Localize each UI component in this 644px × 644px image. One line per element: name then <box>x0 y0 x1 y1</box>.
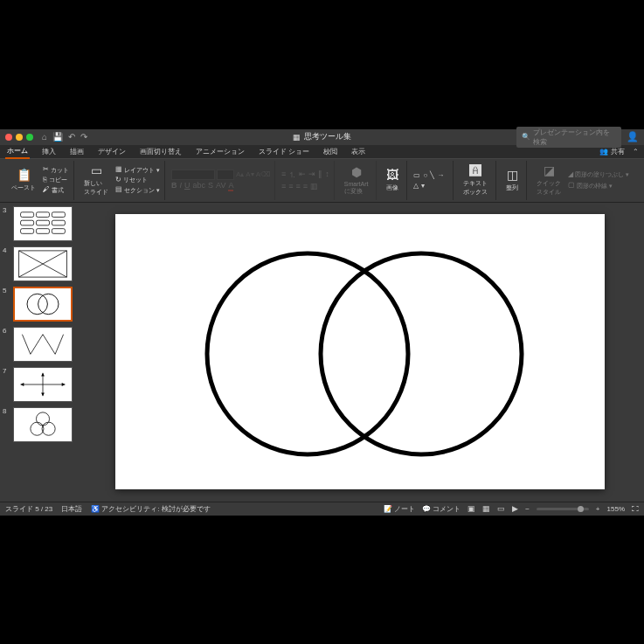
minimize-window-button[interactable] <box>16 134 23 141</box>
svg-marker-18 <box>41 372 45 376</box>
maximize-window-button[interactable] <box>26 134 33 141</box>
search-input[interactable]: 🔍 プレゼンテーション内を検索 <box>516 127 621 148</box>
reading-view-button[interactable]: ▭ <box>497 504 505 513</box>
account-icon[interactable]: 👤 <box>627 131 639 142</box>
ribbon: 📋 ペースト ✂カット ⎘コピー 🖌書式 ▭ 新しい スライド ▦レイアウト ▾ <box>0 159 644 203</box>
tab-draw[interactable]: 描画 <box>68 145 86 158</box>
statusbar: スライド 5 / 23 日本語 ♿ アクセシビリティ: 検討が必要です 📝 ノー… <box>0 502 644 516</box>
spacing-button[interactable]: AV <box>216 181 225 191</box>
tab-transitions[interactable]: 画面切り替え <box>138 145 184 158</box>
zoom-in-button[interactable]: + <box>596 505 600 513</box>
language-indicator[interactable]: 日本語 <box>61 504 82 514</box>
paste-button[interactable]: 📋 ペースト <box>8 166 39 194</box>
quick-access-toolbar: ⌂ 💾 ↶ ↷ <box>42 132 87 142</box>
save-icon[interactable]: 💾 <box>52 132 63 142</box>
copy-button[interactable]: ⎘コピー <box>43 176 69 184</box>
increase-font-icon[interactable]: A▴ <box>236 170 244 178</box>
normal-view-button[interactable]: ▣ <box>467 504 475 513</box>
cut-button[interactable]: ✂カット <box>43 165 69 174</box>
text-direction-button[interactable]: ↕ <box>325 170 329 181</box>
shadow-button[interactable]: S <box>208 181 213 191</box>
section-button[interactable]: ▤セクション ▾ <box>115 185 160 194</box>
share-button[interactable]: 👥 共有 ⌃ <box>599 147 639 156</box>
home-icon[interactable]: ⌂ <box>42 132 47 142</box>
font-size-select[interactable] <box>217 170 234 180</box>
svg-point-12 <box>27 294 47 314</box>
zoom-slider[interactable] <box>537 508 589 510</box>
thumbnail-8[interactable]: 8 <box>3 407 73 442</box>
zoom-thumb[interactable] <box>578 506 584 512</box>
redo-icon[interactable]: ↷ <box>80 132 87 142</box>
format-painter-button[interactable]: 🖌書式 <box>43 185 69 194</box>
shapes-group: ▭ ○ ╲ → △ ▾ <box>409 161 454 200</box>
columns-button[interactable]: ▥ <box>310 182 318 190</box>
thumbnail-5[interactable]: 5 <box>3 287 73 322</box>
tab-review[interactable]: 校閲 <box>322 145 339 158</box>
line-spacing-button[interactable]: ‖ <box>318 170 322 181</box>
slideshow-view-button[interactable]: ▶ <box>512 504 518 513</box>
slide-canvas-area[interactable] <box>75 203 644 502</box>
layout-button[interactable]: ▦レイアウト ▾ <box>115 165 160 174</box>
shape-triangle-icon[interactable]: △ <box>413 182 419 190</box>
shape-rect-icon[interactable]: ▭ <box>413 171 420 179</box>
accessibility-checker[interactable]: ♿ アクセシビリティ: 検討が必要です <box>91 504 211 514</box>
tab-animations[interactable]: アニメーション <box>194 145 246 158</box>
textbox-button[interactable]: 🅰 テキスト ボックス <box>460 162 491 198</box>
tab-home[interactable]: ホーム <box>5 144 30 159</box>
fit-window-button[interactable]: ⛶ <box>632 505 639 513</box>
workarea: 3 4 5 6 7 8 <box>0 203 644 502</box>
shape-fill-button[interactable]: ◢図形の塗りつぶし ▾ <box>568 170 629 179</box>
bullets-button[interactable]: ≡ <box>281 170 286 181</box>
align-center-button[interactable]: ≡ <box>288 182 293 190</box>
font-color-button[interactable]: A <box>228 181 233 191</box>
bold-button[interactable]: B <box>171 181 177 191</box>
shape-more-icon[interactable]: ▾ <box>421 182 425 190</box>
decrease-font-icon[interactable]: A▾ <box>246 170 253 178</box>
slide-thumbnails[interactable]: 3 4 5 6 7 8 <box>0 203 75 502</box>
shape-outline-button[interactable]: ▢図形の枠線 ▾ <box>568 181 629 190</box>
zoom-level[interactable]: 155% <box>607 505 625 513</box>
window-controls <box>5 134 33 141</box>
reset-button[interactable]: ↻リセット <box>115 176 160 184</box>
undo-icon[interactable]: ↶ <box>68 132 75 142</box>
sorter-view-button[interactable]: ▦ <box>482 504 490 513</box>
underline-button[interactable]: U <box>184 181 190 191</box>
align-right-button[interactable]: ≡ <box>296 182 301 190</box>
svg-rect-5 <box>52 220 65 225</box>
venn-circle-left[interactable] <box>207 253 408 454</box>
tab-design[interactable]: デザイン <box>96 145 128 158</box>
italic-button[interactable]: I <box>180 181 183 191</box>
font-select[interactable] <box>171 170 215 180</box>
tab-insert[interactable]: 挿入 <box>40 145 58 158</box>
new-slide-button[interactable]: ▭ 新しい スライド <box>80 162 112 198</box>
align-left-button[interactable]: ≡ <box>281 182 286 190</box>
thumbnail-3[interactable]: 3 <box>3 206 73 241</box>
chevron-up-icon[interactable]: ⌃ <box>633 148 639 156</box>
tab-slideshow[interactable]: スライド ショー <box>257 145 311 158</box>
justify-button[interactable]: ≡ <box>303 182 308 190</box>
clear-format-icon[interactable]: A⌫ <box>256 170 270 178</box>
indent-dec-button[interactable]: ⇤ <box>299 170 306 181</box>
numbering-button[interactable]: ⒈ <box>288 170 296 181</box>
indent-inc-button[interactable]: ⇥ <box>308 170 315 181</box>
shape-circle-icon[interactable]: ○ <box>423 171 427 179</box>
thumbnail-7[interactable]: 7 <box>3 367 73 402</box>
thumbnail-4[interactable]: 4 <box>3 246 73 281</box>
notes-button[interactable]: 📝 ノート <box>384 504 415 514</box>
thumbnail-6[interactable]: 6 <box>3 327 73 362</box>
picture-button[interactable]: 🖼 画像 <box>383 166 402 194</box>
strike-button[interactable]: abc <box>193 181 206 191</box>
current-slide[interactable] <box>115 214 605 489</box>
tab-view[interactable]: 表示 <box>350 145 367 158</box>
smartart-button[interactable]: ⬢ SmartArt に変換 <box>341 163 372 197</box>
clipboard-icon: 📋 <box>17 168 31 182</box>
shape-line-icon[interactable]: ╲ <box>430 171 434 179</box>
shape-arrow-icon[interactable]: → <box>437 171 444 179</box>
slide-counter[interactable]: スライド 5 / 23 <box>5 504 52 514</box>
venn-circle-right[interactable] <box>321 253 522 454</box>
comments-button[interactable]: 💬 コメント <box>422 504 460 514</box>
close-window-button[interactable] <box>5 134 12 141</box>
zoom-out-button[interactable]: − <box>525 505 530 513</box>
quick-styles-button[interactable]: ◪ クイック スタイル <box>533 162 564 198</box>
arrange-button[interactable]: ◫ 整列 <box>502 166 522 194</box>
